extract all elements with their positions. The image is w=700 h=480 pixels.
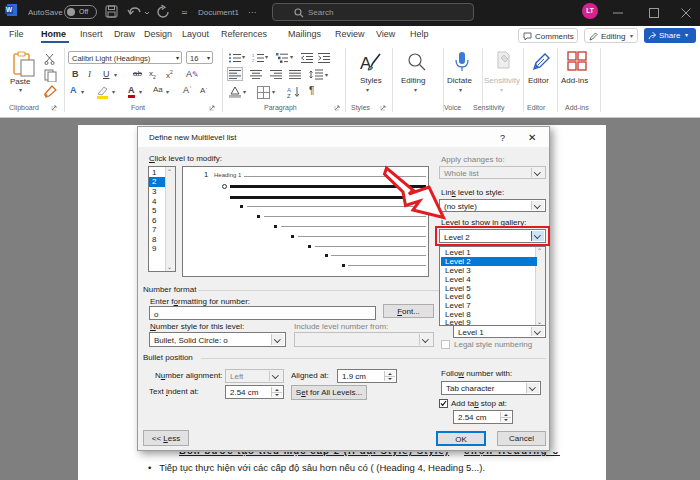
svg-text:W: W bbox=[6, 6, 13, 13]
svg-text:2: 2 bbox=[252, 58, 255, 63]
svg-text:Z: Z bbox=[287, 93, 291, 98]
